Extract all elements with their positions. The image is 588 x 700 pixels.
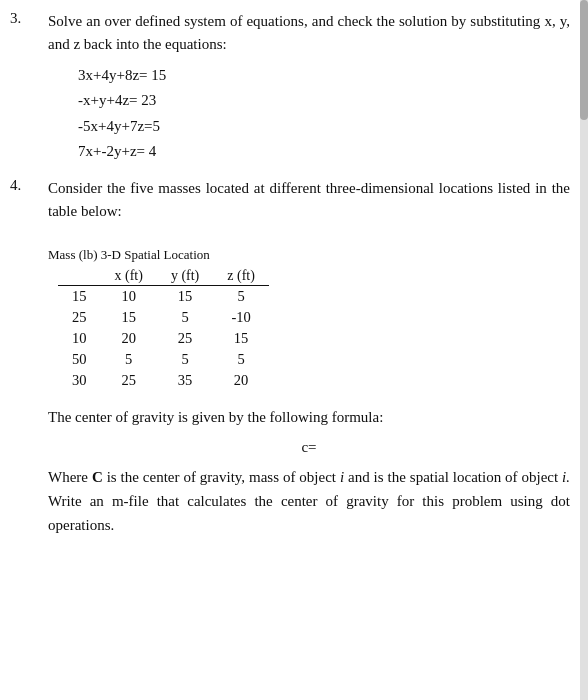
equation-4: 7x+-2y+z= 4 xyxy=(78,139,570,165)
x-cell: 25 xyxy=(101,370,157,391)
problem-3-equations: 3x+4y+8z= 15 -x+y+4z= 23 -5x+4y+7z=5 7x+… xyxy=(78,63,570,165)
formula-description: Where C is the center of gravity, mass o… xyxy=(48,465,570,537)
mass-table: x (ft) y (ft) z (ft) 151015525155-101020… xyxy=(58,267,269,391)
formula-desc-3: and is the spatial location of object xyxy=(344,469,562,485)
x-cell: 10 xyxy=(101,286,157,308)
x-cell: 15 xyxy=(101,307,157,328)
z-cell: 5 xyxy=(213,349,269,370)
table-row: 25155-10 xyxy=(58,307,269,328)
table-section: Mass (lb) 3-D Spatial Location x (ft) y … xyxy=(48,233,570,391)
table-row: 1510155 xyxy=(58,286,269,308)
x-cell: 5 xyxy=(101,349,157,370)
x-col-header: x (ft) xyxy=(101,267,157,286)
problem-3: 3. Solve an over defined system of equat… xyxy=(10,10,570,167)
formula-bold-C: C xyxy=(92,469,103,485)
mass-cell: 50 xyxy=(58,349,101,370)
z-cell: 5 xyxy=(213,286,269,308)
z-cell: -10 xyxy=(213,307,269,328)
formula-section: The center of gravity is given by the fo… xyxy=(48,405,570,537)
mass-cell: 10 xyxy=(58,328,101,349)
table-header-row: x (ft) y (ft) z (ft) xyxy=(58,267,269,286)
scrollbar[interactable] xyxy=(580,0,588,700)
problem-3-number: 3. xyxy=(10,10,48,167)
mass-cell: 30 xyxy=(58,370,101,391)
mass-cell: 15 xyxy=(58,286,101,308)
y-cell: 5 xyxy=(157,349,213,370)
formula-italic-i2: i. xyxy=(562,469,570,485)
problem-3-content: Solve an over defined system of equation… xyxy=(48,10,570,167)
z-col-header: z (ft) xyxy=(213,267,269,286)
equation-2: -x+y+4z= 23 xyxy=(78,88,570,114)
y-cell: 35 xyxy=(157,370,213,391)
formula-display: c= xyxy=(48,435,570,459)
equation-3: -5x+4y+7z=5 xyxy=(78,114,570,140)
z-cell: 20 xyxy=(213,370,269,391)
formula-intro: The center of gravity is given by the fo… xyxy=(48,405,570,429)
y-cell: 15 xyxy=(157,286,213,308)
z-cell: 15 xyxy=(213,328,269,349)
table-body: 151015525155-10102025155055530253520 xyxy=(58,286,269,392)
y-cell: 5 xyxy=(157,307,213,328)
scrollbar-thumb[interactable] xyxy=(580,0,588,120)
problem-3-text: Solve an over defined system of equation… xyxy=(48,10,570,57)
problem-4: 4. Consider the five masses located at d… xyxy=(10,177,570,538)
table-caption: Mass (lb) 3-D Spatial Location xyxy=(48,247,570,263)
mass-cell: 25 xyxy=(58,307,101,328)
equation-1: 3x+4y+8z= 15 xyxy=(78,63,570,89)
formula-desc-4: Write an m-file that calculates the cent… xyxy=(48,493,570,533)
problem-4-text: Consider the five masses located at diff… xyxy=(48,177,570,224)
table-row: 10202515 xyxy=(58,328,269,349)
mass-col-header xyxy=(58,267,101,286)
y-col-header: y (ft) xyxy=(157,267,213,286)
y-cell: 25 xyxy=(157,328,213,349)
table-row: 30253520 xyxy=(58,370,269,391)
formula-desc-2: is the center of gravity, mass of object xyxy=(103,469,340,485)
table-row: 50555 xyxy=(58,349,269,370)
x-cell: 20 xyxy=(101,328,157,349)
problem-4-number: 4. xyxy=(10,177,48,538)
table-caption-text: Mass (lb) 3-D Spatial Location xyxy=(48,247,210,262)
formula-desc-1: Where xyxy=(48,469,92,485)
problem-4-content: Consider the five masses located at diff… xyxy=(48,177,570,538)
